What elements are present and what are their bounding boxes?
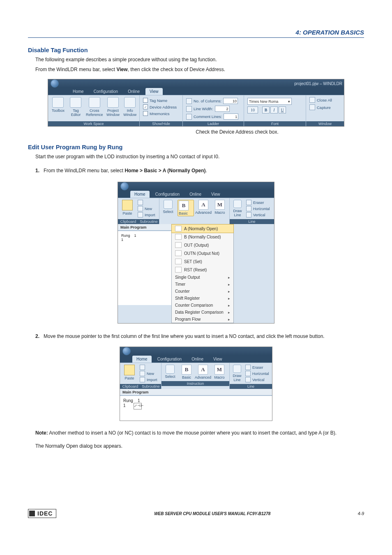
select-button[interactable]: Select [161,200,175,216]
advanced-button[interactable]: A Advanced [196,200,210,216]
s2-tab-config[interactable]: Configuration [151,191,184,198]
line-width-spin[interactable]: 2 [215,106,230,112]
import-button[interactable]: Import [138,212,155,217]
section1-p2b: View [116,67,127,72]
vertical-button[interactable]: Vertical [246,212,270,217]
s3-draw-line-button[interactable]: Draw Line [231,365,243,382]
tab-home[interactable]: Home [69,88,88,95]
ribbon-tabs: Home Configuration Online View [48,88,344,95]
info-window-button[interactable]: Info Window [123,97,137,117]
device-address-checkbox-row[interactable]: ✓ Device Address [143,104,177,109]
s3-cut-button[interactable] [140,365,157,370]
s3-ladder-area[interactable]: Rung 1 1 ⤢⊣⊢ [120,395,272,421]
menu-a-normally-open[interactable]: A (Normally Open) [171,224,234,233]
cut-button[interactable] [138,200,155,205]
tab-online[interactable]: Online [124,88,144,95]
footer-page-number: 4-9 [339,511,364,516]
s3-advanced-label: Advanced [195,375,211,379]
menu-outn[interactable]: OUTN (Output Not) [172,249,233,257]
s3-advanced-icon: A [198,365,208,375]
tagname-checkbox-row[interactable]: Tag Name [143,98,177,103]
menu-out[interactable]: OUT (Output) [172,241,233,249]
s3-import-button[interactable]: Import [140,377,157,382]
s3-vertical-button[interactable]: Vertical [245,377,269,382]
font-size-select[interactable]: 10 [247,106,258,113]
tag-editor-button[interactable]: Tag Editor [68,97,83,117]
draw-line-button[interactable]: Draw Line [231,200,244,217]
toolbox-button[interactable]: Toolbox [51,97,66,113]
basic-button[interactable]: B Basic [178,200,194,216]
menu-shift-register[interactable]: Shift Register▸ [172,295,233,302]
screenshot-view-ribbon: project01.pjw – WINDLDR Home Configurati… [48,79,344,127]
menu-b-normally-closed[interactable]: B (Normally Closed) [172,233,233,241]
s3-tabs: Home Configuration Online View [120,355,272,363]
menu-timer[interactable]: Timer▸ [172,281,233,288]
s3-advanced-button[interactable]: A Advanced [196,365,210,379]
new-button[interactable]: New [138,206,155,211]
font-name-select[interactable]: Times New Roma▾ [247,98,292,105]
menu-drcmp-label: Data Register Comparison [175,310,228,314]
tab-view[interactable]: View [145,88,163,95]
menu-rst[interactable]: RST (Reset) [172,266,233,274]
italic-button[interactable]: I [270,106,278,113]
menu-counter-comparison[interactable]: Counter Comparison▸ [172,302,233,309]
basic-label: Basic [179,211,188,215]
cross-reference-button[interactable]: Cross Reference [86,97,103,117]
tab-configuration[interactable]: Configuration [90,88,122,95]
s2-tab-view[interactable]: View [207,191,224,198]
commentlines-icon [186,114,192,120]
s3-tab-online[interactable]: Online [187,356,208,363]
s2-tab-home[interactable]: Home [130,191,150,198]
horizontal-button[interactable]: Horizontal [246,206,270,211]
step2-text: Move the mouse pointer to the first colu… [44,333,325,340]
close-all-button[interactable]: Close All [309,97,341,103]
s3-tab-home[interactable]: Home [132,356,152,363]
font-size-value: 10 [251,108,255,112]
s3-tab-config[interactable]: Configuration [153,356,186,363]
comment-lines-spin[interactable]: 1 [224,113,238,120]
tagname-checkbox[interactable] [143,98,148,103]
mnemonics-checkbox-row[interactable]: Mnemonics [143,111,177,116]
s3-orb-icon[interactable] [122,347,131,355]
s2-tab-online[interactable]: Online [185,191,205,198]
menu-program-flow[interactable]: Program Flow▸ [172,316,233,323]
menu-set[interactable]: SET (Set) [172,257,233,266]
s3-macro-button[interactable]: M Macro [212,365,226,379]
s2-ladder-area[interactable]: Rung 1 1 [118,231,171,305]
menu-counter[interactable]: Counter▸ [172,288,233,295]
note-text: Another method to insert a NO (or NC) co… [48,430,337,436]
comment-lines-val: 1 [235,115,237,119]
capture-button[interactable]: Capture [309,104,341,110]
menu-timer-label: Timer [175,282,228,287]
s3-instruction-footer: Instruction [161,381,229,386]
advanced-label: Advanced [195,210,212,215]
app-orb-icon[interactable] [51,79,59,88]
s3-vertical-label: Vertical [252,378,265,382]
select-icon [164,200,173,209]
bold-button[interactable]: B [262,106,270,113]
macro-button[interactable]: M Macro [213,200,227,216]
no-columns-spin[interactable]: 10 [223,98,238,104]
eraser-icon [246,200,251,205]
s3-horizontal-button[interactable]: Horizontal [245,371,269,376]
new-label: New [145,207,152,211]
s3-eraser-label: Eraser [252,365,263,370]
paste-button[interactable]: Paste [120,200,135,217]
menu-data-register-comparison[interactable]: Data Register Comparison▸ [172,309,233,316]
s3-group-instruction: Select B Basic A Advanced M Macro [161,363,230,389]
s3-new-button[interactable]: New [140,371,157,376]
s3-paste-button[interactable]: Paste [122,365,137,382]
s3-tab-view[interactable]: View [209,356,226,363]
s3-select-button[interactable]: Select [163,365,177,379]
s2-orb-icon[interactable] [120,182,129,190]
mnemonics-checkbox[interactable] [143,111,148,116]
eraser-button[interactable]: Eraser [246,200,270,205]
menu-single-output[interactable]: Single Output▸ [172,274,233,281]
s3-main-program-header: Main Program [120,389,272,395]
s3-eraser-button[interactable]: Eraser [245,365,269,370]
close-all-icon [309,97,315,103]
underline-button[interactable]: U [279,106,286,113]
s3-basic-button[interactable]: B Basic [180,365,194,379]
device-address-checkbox[interactable]: ✓ [143,104,148,109]
project-window-button[interactable]: Project Window [105,97,120,117]
